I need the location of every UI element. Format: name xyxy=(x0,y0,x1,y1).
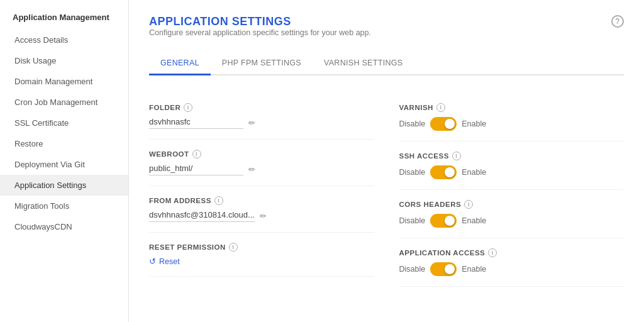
setting-label-varnish: VARNISH i xyxy=(399,103,625,112)
right-settings-col: VARNISH iDisable EnableSSH ACCESS iDisab… xyxy=(399,93,625,287)
reset-icon: ↺ xyxy=(149,257,156,266)
sidebar-item-cron-job-management[interactable]: Cron Job Management xyxy=(0,92,128,113)
setting-row-varnish: VARNISH iDisable Enable xyxy=(399,93,625,142)
setting-row-folder: FOLDER idsvhhnasfc✏ xyxy=(149,93,374,140)
toggle-track-cors_headers xyxy=(430,214,457,228)
help-icon[interactable]: ? xyxy=(611,15,624,28)
sidebar-title: Application Management xyxy=(0,10,128,30)
main-content: APPLICATION SETTINGS Configure several a… xyxy=(129,0,644,322)
info-icon-from_address[interactable]: i xyxy=(214,196,223,205)
setting-row-ssh_access: SSH ACCESS iDisable Enable xyxy=(399,142,625,190)
sidebar-item-application-settings[interactable]: Application Settings xyxy=(0,175,128,196)
setting-value-webroot: public_html/✏ xyxy=(149,164,374,175)
disable-label-varnish: Disable xyxy=(399,119,426,128)
info-icon-reset_permission[interactable]: i xyxy=(229,243,238,252)
setting-text-from_address: dsvhhnasfc@310814.cloud... xyxy=(149,210,255,222)
tab-php-fpm-settings[interactable]: PHP FPM SETTINGS xyxy=(211,52,313,75)
enable-label-varnish: Enable xyxy=(462,119,486,128)
disable-label-ssh_access: Disable xyxy=(399,168,426,177)
left-settings-col: FOLDER idsvhhnasfc✏WEBROOT ipublic_html/… xyxy=(149,93,374,287)
sidebar-item-deployment-via-git[interactable]: Deployment Via Git xyxy=(0,154,128,175)
setting-label-application_access: APPLICATION ACCESS i xyxy=(399,248,625,257)
enable-label-cors_headers: Enable xyxy=(462,216,486,225)
toggle-row-varnish: Disable Enable xyxy=(399,117,625,131)
sidebar-item-ssl-certificate[interactable]: SSL Certificate xyxy=(0,113,128,133)
toggle-thumb-cors_headers xyxy=(445,216,455,226)
tab-general[interactable]: GENERAL xyxy=(149,52,211,75)
setting-label-cors_headers: CORS Headers i xyxy=(399,200,625,209)
info-icon-ssh_access[interactable]: i xyxy=(452,152,461,160)
info-icon-varnish[interactable]: i xyxy=(436,103,445,112)
toggle-track-ssh_access xyxy=(430,165,457,179)
setting-label-folder: FOLDER i xyxy=(149,103,374,112)
tab-varnish-settings[interactable]: VARNISH SETTINGS xyxy=(313,52,414,75)
info-icon-folder[interactable]: i xyxy=(184,103,192,112)
toggle-row-ssh_access: Disable Enable xyxy=(399,165,625,179)
sidebar-item-disk-usage[interactable]: Disk Usage xyxy=(0,50,128,71)
tabs-bar: GENERALPHP FPM SETTINGSVARNISH SETTINGS xyxy=(149,52,624,75)
toggle-thumb-ssh_access xyxy=(445,167,455,177)
setting-row-reset_permission: RESET PERMISSION i↺Reset xyxy=(149,233,374,277)
toggle-row-application_access: Disable Enable xyxy=(399,262,625,276)
toggle-track-application_access xyxy=(430,262,457,276)
sidebar-item-migration-tools[interactable]: Migration Tools xyxy=(0,196,128,216)
page-header: APPLICATION SETTINGS Configure several a… xyxy=(149,15,624,50)
info-icon-application_access[interactable]: i xyxy=(488,248,497,257)
setting-label-webroot: WEBROOT i xyxy=(149,150,374,158)
info-icon-cors_headers[interactable]: i xyxy=(464,200,473,209)
disable-label-application_access: Disable xyxy=(399,265,426,274)
enable-label-ssh_access: Enable xyxy=(462,168,486,177)
page-subtitle: Configure several application specific s… xyxy=(149,28,371,37)
setting-row-webroot: WEBROOT ipublic_html/✏ xyxy=(149,140,374,186)
setting-label-reset_permission: RESET PERMISSION i xyxy=(149,243,374,252)
setting-label-ssh_access: SSH ACCESS i xyxy=(399,152,625,160)
toggle-ssh_access[interactable] xyxy=(430,165,457,179)
setting-row-application_access: APPLICATION ACCESS iDisable Enable xyxy=(399,238,625,287)
toggle-varnish[interactable] xyxy=(430,117,457,131)
edit-icon-folder[interactable]: ✏ xyxy=(248,118,255,128)
reset-permission-button[interactable]: ↺Reset xyxy=(149,257,374,266)
sidebar-item-access-details[interactable]: Access Details xyxy=(0,30,128,50)
toggle-application_access[interactable] xyxy=(430,262,457,276)
toggle-thumb-varnish xyxy=(445,119,455,129)
setting-text-webroot: public_html/ xyxy=(149,164,243,175)
disable-label-cors_headers: Disable xyxy=(399,216,426,225)
setting-value-from_address: dsvhhnasfc@310814.cloud...✏ xyxy=(149,210,374,222)
enable-label-application_access: Enable xyxy=(462,265,486,274)
setting-row-from_address: FROM ADDRESS idsvhhnasfc@310814.cloud...… xyxy=(149,186,374,233)
sidebar: Application Management Access DetailsDis… xyxy=(0,0,129,322)
page-title-block: APPLICATION SETTINGS Configure several a… xyxy=(149,15,371,50)
setting-label-from_address: FROM ADDRESS i xyxy=(149,196,374,205)
toggle-thumb-application_access xyxy=(445,264,455,274)
sidebar-item-cloudwayscdn[interactable]: CloudwaysCDN xyxy=(0,216,128,237)
toggle-cors_headers[interactable] xyxy=(430,214,457,228)
sidebar-item-restore[interactable]: Restore xyxy=(0,133,128,154)
settings-grid: FOLDER idsvhhnasfc✏WEBROOT ipublic_html/… xyxy=(149,93,624,287)
setting-row-cors_headers: CORS Headers iDisable Enable xyxy=(399,190,625,238)
page-title: APPLICATION SETTINGS xyxy=(149,15,371,28)
toggle-row-cors_headers: Disable Enable xyxy=(399,214,625,228)
toggle-track-varnish xyxy=(430,117,457,131)
info-icon-webroot[interactable]: i xyxy=(192,150,201,158)
sidebar-item-domain-management[interactable]: Domain Management xyxy=(0,71,128,92)
setting-text-folder: dsvhhnasfc xyxy=(149,117,243,129)
setting-value-folder: dsvhhnasfc✏ xyxy=(149,117,374,129)
edit-icon-webroot[interactable]: ✏ xyxy=(248,165,255,174)
edit-icon-from_address[interactable]: ✏ xyxy=(260,211,267,221)
